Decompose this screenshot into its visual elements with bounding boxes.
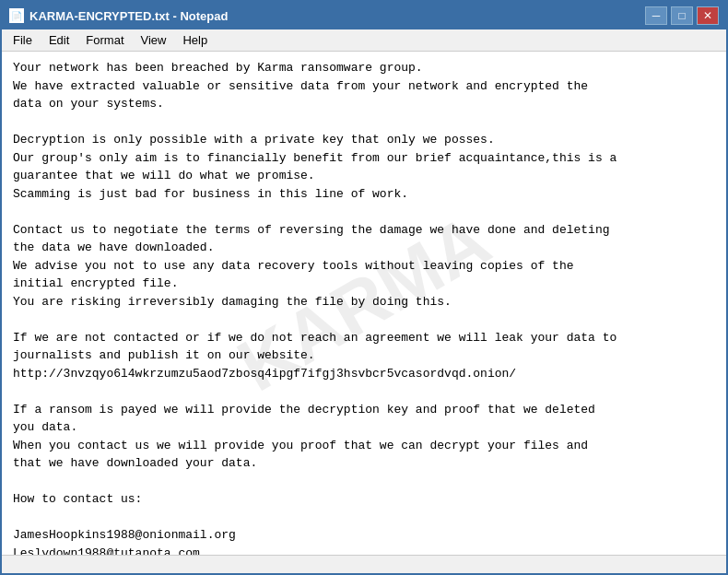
text-editor-area[interactable]: KARMA Your network has been breached by … bbox=[2, 52, 726, 555]
menu-format[interactable]: Format bbox=[78, 31, 131, 49]
window-title: KARMA-ENCRYPTED.txt - Notepad bbox=[29, 9, 645, 23]
minimize-button[interactable]: ─ bbox=[645, 6, 667, 25]
app-icon: 📄 bbox=[9, 8, 24, 23]
menu-view[interactable]: View bbox=[134, 31, 174, 49]
status-bar bbox=[2, 555, 726, 573]
menu-help[interactable]: Help bbox=[175, 31, 215, 49]
menu-bar: File Edit Format View Help bbox=[2, 29, 726, 52]
menu-edit[interactable]: Edit bbox=[41, 31, 76, 49]
document-text: Your network has been breached by Karma … bbox=[13, 59, 715, 555]
title-bar: 📄 KARMA-ENCRYPTED.txt - Notepad ─ □ ✕ bbox=[2, 2, 726, 29]
notepad-window: 📄 KARMA-ENCRYPTED.txt - Notepad ─ □ ✕ Fi… bbox=[0, 0, 728, 575]
maximize-button[interactable]: □ bbox=[671, 6, 693, 25]
window-controls: ─ □ ✕ bbox=[645, 6, 719, 25]
close-button[interactable]: ✕ bbox=[697, 6, 719, 25]
menu-file[interactable]: File bbox=[6, 31, 40, 49]
